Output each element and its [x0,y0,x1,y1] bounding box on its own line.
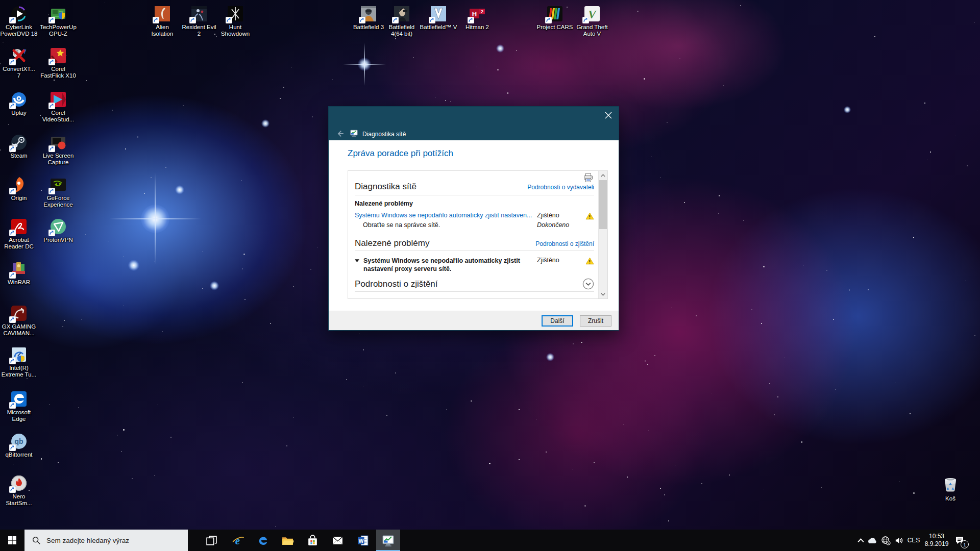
desktop-icon-winrar[interactable]: WinRAR [10,260,28,286]
next-button[interactable]: Další [542,315,573,327]
shortcut-arrow-icon [48,59,55,65]
taskbar-microsoft-store[interactable] [301,530,325,551]
mail-icon [331,534,344,547]
gpuz-icon [50,5,67,22]
chevron-down-circle-icon[interactable] [582,278,594,290]
onedrive-icon[interactable] [868,536,877,545]
shortcut-arrow-icon [9,17,16,23]
convertx-icon: 7 [10,47,28,64]
desktop-icon-resident-evil-2[interactable]: Resident Evil 2 [190,5,208,37]
taskbar: Sem zadejte hledaný výraz eW CES 10:53 8… [0,530,980,551]
desktop-icon-uplay[interactable]: Uplay [10,91,28,116]
hunt-icon [227,5,244,22]
svg-text:W: W [358,538,363,543]
desktop-icon-intel-r-extreme-tu[interactable]: Intel(R) Extreme Tu... [10,346,28,378]
microsoft-store-icon [306,534,319,547]
desktop-icon-battlefield-3[interactable]: Battlefield 3 [360,5,377,31]
scroll-down-button[interactable] [599,290,607,298]
network-diagnostics-icon [350,129,358,137]
scrollbar[interactable] [598,171,607,298]
printer-icon[interactable] [583,173,594,183]
clock[interactable]: 10:53 8.9.2019 [922,533,951,548]
taskbar-mail[interactable] [326,530,350,551]
search-input[interactable]: Sem zadejte hledaný výraz [24,530,188,551]
taskbar-edge-browser[interactable] [251,530,275,551]
shortcut-arrow-icon [48,17,55,23]
desktop-icon-ko[interactable]: Koš [940,473,961,502]
desktop-icon-label: Intel(R) Extreme Tu... [0,365,43,378]
shortcut-arrow-icon [582,17,589,23]
bfv-icon [430,5,447,22]
desktop-icon-cyberlink-powerdvd-18[interactable]: CyberLink PowerDVD 18 [10,5,28,37]
problem-detail-text: Systému Windows se nepodařilo automatick… [363,257,537,273]
winrar-icon [10,260,28,278]
shortcut-arrow-icon [189,17,196,23]
uplay-icon [10,91,28,108]
desktop-icon-geforce-experience[interactable]: GeForce Experience [50,176,67,208]
bf3-icon [360,5,377,22]
desktop-icon-qbittorrent[interactable]: qbqBittorrent [10,433,28,458]
start-button[interactable] [0,530,24,551]
hidden-icons-chevron-icon[interactable] [856,536,866,545]
desktop-icon-label: Corel FastFlick X10 [34,66,83,79]
shortcut-arrow-icon [359,17,365,23]
desktop-icon-alien-isolation[interactable]: Alien Isolation [154,5,171,37]
desktop-icon-live-screen-capture[interactable]: Live Screen Capture [50,134,67,166]
desktop-icon-gx-gaming-caviman[interactable]: GX GAMING CAVIMAN... [10,305,28,337]
shortcut-arrow-icon [9,230,16,236]
report-title: Diagnostika sítě [355,182,416,192]
triangle-down-icon[interactable] [355,257,363,264]
desktop-icon-protonvpn[interactable]: ProtonVPN [50,218,67,243]
desktop-icon-label: TechPowerUp GPU-Z [34,24,83,37]
desktop-icon-acrobat-reader-dc[interactable]: Acrobat Reader DC [10,218,28,250]
taskbar-network-diagnostics[interactable] [376,530,400,551]
network-no-internet-icon[interactable] [881,536,891,545]
action-center-button[interactable]: 1 [952,530,970,551]
desktop-icon-nero-startsm[interactable]: Nero StartSm... [10,474,28,507]
desktop-icon-corel-fastflick-x10[interactable]: Corel FastFlick X10 [50,47,67,79]
desktop-icon-steam[interactable]: Steam [10,134,28,159]
search-placeholder: Sem zadejte hledaný výraz [46,537,129,544]
problem-link[interactable]: Systému Windows se nepodařilo automatick… [355,212,537,219]
taskbar-word[interactable]: W [351,530,375,551]
desktop-icon-hunt-showdown[interactable]: Hunt Showdown [227,5,244,37]
taskbar-file-explorer[interactable] [276,530,300,551]
corelvs-icon [50,91,67,108]
desktop-icon-hitman-2[interactable]: H2Hitman 2 [469,5,486,31]
cancel-button[interactable]: Zrušit [580,315,611,327]
desktop-icon-project-cars[interactable]: Project CARS [546,5,564,31]
scroll-up-button[interactable] [599,171,607,180]
desktop-icon-corel-videostud[interactable]: Corel VideoStud... [50,91,67,123]
desktop-icon-label: ProtonVPN [34,237,83,243]
back-arrow-icon[interactable] [335,129,345,138]
language-indicator[interactable]: CES [904,530,923,551]
taskbar-task-view[interactable] [200,530,224,551]
shortcut-arrow-icon [9,444,16,451]
detection-details-link[interactable]: Podrobnosti o zjištění [535,240,594,247]
publisher-details-link[interactable]: Podrobnosti o vydavateli [527,184,594,191]
desktop-icon-label: WinRAR [0,279,43,286]
desktop-icon-battlefield-v[interactable]: Battlefield™ V [430,5,447,31]
taskbar-internet-explorer[interactable]: e [226,530,250,551]
desktop-icon-origin[interactable]: Origin [10,176,28,202]
close-icon[interactable] [605,112,612,119]
volume-icon[interactable] [894,536,904,545]
desktop-icon-techpowerup-gpu-z[interactable]: TechPowerUp GPU-Z [50,5,67,37]
shortcut-arrow-icon [9,145,16,152]
desktop-icon-grand-theft-auto-v[interactable]: VGrand Theft Auto V [583,5,601,37]
desktop-icon-label: qBittorrent [0,452,43,458]
desktop-icon-label: Microsoft Edge [0,409,43,422]
gtav-icon: V [583,5,601,22]
shortcut-arrow-icon [9,402,16,409]
scroll-thumb[interactable] [599,180,607,229]
desktop-icon-battlefield-4-64-bit[interactable]: Battlefield 4(64 bit) [393,5,410,37]
svg-text:qb: qb [14,437,23,445]
problems-section-title: Nalezené problémy [355,238,429,248]
shortcut-arrow-icon [468,17,474,23]
windows-logo-icon [8,536,16,544]
origin-icon [10,176,28,193]
shortcut-arrow-icon [9,272,16,279]
desktop-icon-microsoft-edge[interactable]: Microsoft Edge [10,390,28,422]
svg-text:2: 2 [481,9,483,14]
desktop-icon-convertxt-7[interactable]: 7ConvertXT... 7 [10,47,28,79]
